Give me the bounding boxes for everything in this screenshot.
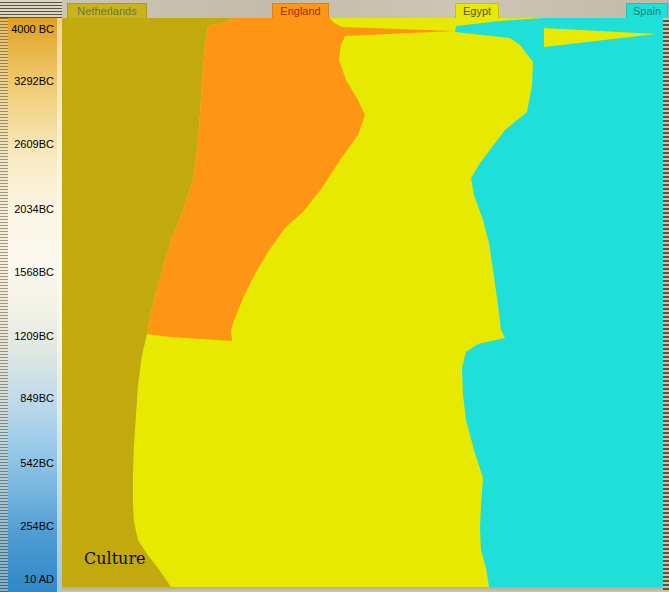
time-ruler-ticks-icon <box>0 18 8 592</box>
time-tick-label: 849BC <box>4 392 56 404</box>
time-tick-label: 4000 BC <box>4 23 56 35</box>
time-tick-label: 3292BC <box>4 75 56 87</box>
time-tick-label: 2034BC <box>4 203 56 215</box>
ruler-corner <box>0 0 62 18</box>
time-tick-label: 1209BC <box>4 330 56 342</box>
entity-tab-bar: NetherlandsEnglandEgyptSpain <box>62 0 669 18</box>
time-tick-label: 10 AD <box>4 573 56 585</box>
entity-tab-netherlands[interactable]: Netherlands <box>67 3 147 18</box>
time-tick-label: 1568BC <box>4 266 56 278</box>
entity-tab-spain[interactable]: Spain <box>626 3 668 18</box>
bottom-border <box>62 587 663 592</box>
app-window: NetherlandsEnglandEgyptSpain 4000 BC3292… <box>0 0 669 592</box>
time-tick-label: 254BC <box>4 520 56 532</box>
time-scale-sidebar: 4000 BC3292BC2609BC2034BC1568BC1209BC849… <box>0 18 62 592</box>
themeriver-flow-chart[interactable] <box>62 18 663 587</box>
chart-caption: Culture <box>84 549 146 568</box>
entity-tab-england[interactable]: England <box>272 3 329 18</box>
entity-tab-egypt[interactable]: Egypt <box>455 3 499 18</box>
time-tick-label: 2609BC <box>4 138 56 150</box>
right-ruler-ticks-icon <box>663 18 669 592</box>
time-tick-label: 542BC <box>4 457 56 469</box>
